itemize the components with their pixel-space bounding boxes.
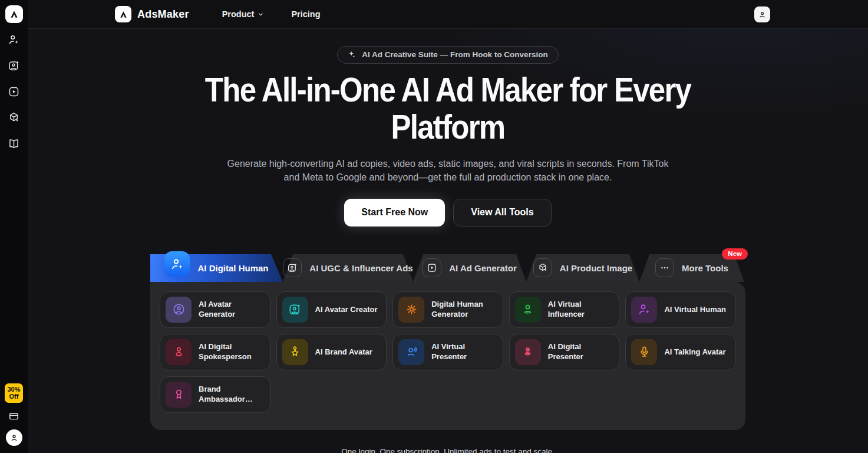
- left-rail: 30% Off: [0, 0, 28, 453]
- bust-icon: [515, 339, 541, 365]
- avatar-circle-icon: [166, 297, 192, 323]
- cta-row: Start Free Now View All Tools: [28, 199, 868, 226]
- billing-card-icon[interactable]: [8, 411, 19, 422]
- microphone-icon: [631, 339, 657, 365]
- person-icon: [515, 297, 541, 323]
- tab-ai-ad-generator[interactable]: AI Ad Generator: [413, 254, 526, 282]
- discount-off: Off: [9, 393, 19, 400]
- nav-pricing[interactable]: Pricing: [291, 9, 320, 19]
- ellipsis-icon: [655, 258, 674, 277]
- tool-ai-avatar-creator[interactable]: AI Avatar Creator: [276, 291, 387, 328]
- rail-user-avatar[interactable]: [6, 429, 22, 446]
- tool-ai-avatar-generator[interactable]: AI Avatar Generator: [160, 291, 270, 328]
- tool-ai-virtual-influencer[interactable]: AI Virtual Influencer: [509, 291, 620, 328]
- tool-ai-virtual-presenter[interactable]: AI Virtual Presenter: [392, 334, 503, 370]
- page-title: The All-in-One AI Ad Maker for Every Pla…: [78, 71, 818, 145]
- chevron-down-icon: [258, 11, 264, 18]
- tab-ai-ugc-influencer-ads[interactable]: AI UGC & Influencer Ads: [283, 254, 413, 282]
- hero-badge-text: AI Ad Creative Suite — From Hook to Conv…: [362, 50, 547, 59]
- hero-badge: AI Ad Creative Suite — From Hook to Conv…: [337, 46, 558, 64]
- tools-panel: AI Avatar Generator AI Avatar Creator Di…: [150, 282, 745, 430]
- view-all-tools-button[interactable]: View All Tools: [453, 199, 551, 226]
- person-sparkle-icon: [631, 297, 657, 323]
- tool-ai-talking-avatar[interactable]: AI Talking Avatar: [625, 334, 736, 370]
- avatar-frame-sparkle-icon: [282, 297, 308, 323]
- avatar-frame-sparkle-icon: [283, 258, 302, 277]
- play-square-icon: [423, 258, 441, 277]
- footer-note: One login. One subscription. Unlimited a…: [28, 447, 868, 453]
- tab-bar: AI Digital Human AI UGC & Influencer Ads…: [150, 254, 745, 282]
- sparkles-icon: [348, 50, 357, 59]
- gear-icon: [398, 297, 424, 323]
- product-image-icon[interactable]: [8, 111, 20, 124]
- new-badge: New: [722, 248, 748, 260]
- star-person-icon: [282, 339, 308, 365]
- hero-subtitle: Generate high-converting AI ad copies, v…: [28, 157, 868, 184]
- adsmaker-header-logo-icon: [115, 6, 131, 22]
- tab-more-tools[interactable]: New More Tools: [639, 254, 744, 282]
- ribbon-award-icon: [166, 382, 192, 408]
- discount-percent: 30%: [7, 386, 20, 393]
- cube-sparkle-icon: [533, 258, 552, 277]
- brand-name: AdsMaker: [137, 8, 189, 21]
- header-user-avatar[interactable]: [754, 6, 770, 22]
- header-nav: Product Pricing: [222, 9, 321, 19]
- video-ads-icon[interactable]: [8, 86, 20, 98]
- start-free-button[interactable]: Start Free Now: [344, 199, 445, 226]
- docs-book-icon[interactable]: [8, 137, 20, 150]
- person-sparkle-icon: [164, 251, 190, 277]
- top-header: AdsMaker Product Pricing: [28, 0, 868, 29]
- avatar-creator-icon[interactable]: [8, 60, 20, 72]
- adsmaker-logo-icon[interactable]: [5, 5, 23, 23]
- tab-ai-digital-human[interactable]: AI Digital Human: [150, 254, 283, 282]
- person-waves-icon: [398, 339, 424, 365]
- tool-digital-human-generator[interactable]: Digital Human Generator: [392, 291, 503, 328]
- tool-ai-digital-presenter[interactable]: AI Digital Presenter: [509, 334, 620, 370]
- tool-suite: AI Digital Human AI UGC & Influencer Ads…: [150, 254, 745, 430]
- tool-ai-digital-spokesperson[interactable]: AI Digital Spokesperson: [160, 334, 270, 370]
- tool-ai-virtual-human[interactable]: AI Virtual Human: [625, 291, 736, 328]
- main-content: AI Ad Creative Suite — From Hook to Conv…: [28, 29, 868, 453]
- tool-brand-ambassador[interactable]: Brand Ambassador…: [160, 376, 270, 413]
- brand[interactable]: AdsMaker: [115, 6, 189, 22]
- discount-badge[interactable]: 30% Off: [5, 383, 22, 403]
- nav-product[interactable]: Product: [222, 9, 265, 19]
- tab-ai-product-image[interactable]: AI Product Image: [526, 254, 639, 282]
- tool-ai-brand-avatar[interactable]: AI Brand Avatar: [276, 334, 387, 370]
- spokesperson-icon: [166, 339, 192, 365]
- digital-human-icon[interactable]: [8, 34, 20, 46]
